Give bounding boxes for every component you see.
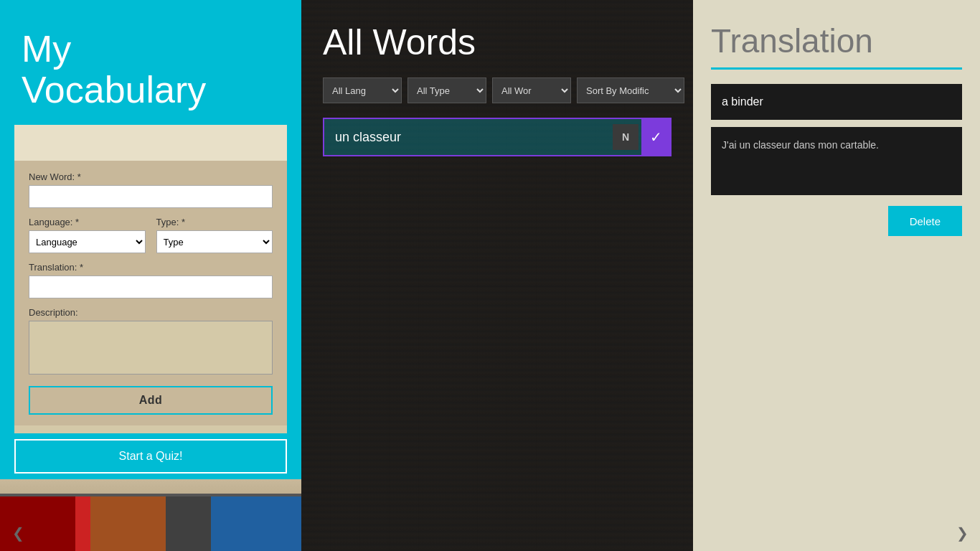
app-title: My Vocabulary [0,0,301,125]
nav-right-arrow[interactable]: ❯ [951,522,973,544]
sort-filter[interactable]: Sort By Modific [577,77,684,103]
language-type-row: Language: * Language Type: * Type [29,217,273,253]
form-top-strip [14,125,287,161]
delete-button[interactable]: Delete [888,206,962,236]
description-textarea[interactable] [29,321,273,375]
description-label: Description: [29,307,273,318]
books-decoration [0,479,301,551]
quiz-container: Start a Quiz! [0,433,301,479]
filter-bar: All Lang All Type All Wor Sort By Modifi… [323,77,672,103]
language-col: Language: * Language [29,217,146,253]
word-item-check: ✓ [641,118,670,156]
translation-sentence: J'ai un classeur dans mon cartable. [711,127,962,195]
translation-divider [711,67,962,70]
language-label: Language: * [29,217,146,227]
main-content: All Words All Lang All Type All Wor Sort… [301,0,693,551]
word-filter[interactable]: All Wor [492,77,571,103]
type-label: Type: * [156,217,273,227]
quiz-button[interactable]: Start a Quiz! [14,439,287,474]
translation-input[interactable] [29,276,273,298]
new-word-label: New Word: * [29,171,273,182]
books-visual [0,494,301,551]
translation-label: Translation: * [29,262,273,273]
add-button[interactable]: Add [29,386,273,415]
type-select[interactable]: Type [156,230,273,253]
nav-left-arrow[interactable]: ❮ [7,522,29,544]
right-panel: Translation a binder J'ai un classeur da… [693,0,980,551]
word-item-badge: N [613,124,639,150]
language-select[interactable]: Language [29,230,146,253]
word-list-item[interactable]: un classeur N ✓ [323,118,672,156]
new-word-input[interactable] [29,185,273,208]
type-filter[interactable]: All Type [407,77,486,103]
translation-word: a binder [711,84,962,120]
translation-title: Translation [711,22,962,60]
sidebar: My Vocabulary New Word: * Language: * La… [0,0,301,551]
form-body: New Word: * Language: * Language Type: *… [14,161,287,425]
word-item-text: un classeur [324,130,613,145]
form-container: New Word: * Language: * Language Type: *… [14,125,287,433]
language-filter[interactable]: All Lang [323,77,402,103]
type-col: Type: * Type [156,217,273,253]
page-title: All Words [323,22,672,63]
